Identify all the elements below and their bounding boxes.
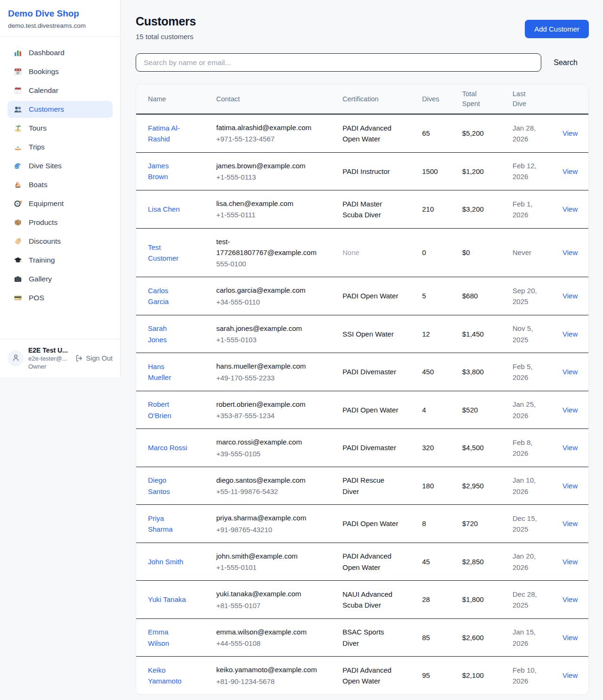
search-input[interactable] (136, 53, 541, 72)
customer-phone: +1-555-0113 (216, 172, 327, 182)
sidebar-item-gallery[interactable]: Gallery (8, 271, 113, 288)
customer-name-link[interactable]: Hans Mueller (148, 361, 187, 383)
customer-certification: PADI Rescue Diver (342, 475, 399, 497)
table-row: Sarah Jones sarah.jones@example.com +1-5… (136, 315, 589, 353)
view-link[interactable]: View (562, 444, 578, 452)
customer-certification: PADI Master Scuba Diver (342, 198, 399, 221)
column-header-total-spent: Total Spent (455, 84, 505, 114)
customer-total-spent: $1,200 (455, 152, 505, 190)
customer-phone: +55-11-99876-5432 (216, 486, 327, 497)
view-link[interactable]: View (562, 595, 578, 603)
customer-email: test-1772681807767@example.com (216, 236, 322, 258)
sidebar-item-calendar[interactable]: Calendar (8, 82, 113, 99)
customer-last-dive: Dec 28, 2025 (513, 589, 547, 611)
customer-certification: PADI Divemaster (342, 442, 396, 453)
view-link[interactable]: View (562, 129, 578, 137)
customer-last-dive: Jan 10, 2026 (513, 475, 547, 497)
customer-dives: 8 (415, 505, 455, 543)
customer-email: john.smith@example.com (216, 551, 322, 561)
view-link[interactable]: View (562, 406, 578, 414)
page-header: Customers 15 total customers Add Custome… (136, 15, 589, 41)
sign-out-button[interactable]: Sign Out (75, 354, 113, 362)
add-customer-button[interactable]: Add Customer (525, 20, 589, 38)
view-link[interactable]: View (562, 167, 578, 175)
customer-dives: 320 (415, 429, 455, 467)
sidebar-item-customers[interactable]: Customers (8, 101, 113, 118)
table-header-row: Name Contact Certification Dives Total S… (136, 84, 589, 114)
customer-name-link[interactable]: Keiko Yamamoto (148, 665, 187, 687)
customer-certification: PADI Open Water (342, 518, 398, 529)
customer-name-link[interactable]: Robert O'Brien (148, 399, 187, 421)
user-email: e2e-tester@... (28, 355, 71, 362)
customer-total-spent: $1,800 (455, 581, 505, 619)
table-row: Marco Rossi marco.rossi@example.com +39-… (136, 429, 589, 467)
customer-dives: 45 (415, 543, 455, 581)
table-row: Robert O'Brien robert.obrien@example.com… (136, 391, 589, 429)
customer-phone: +81-555-0107 (216, 600, 327, 611)
shop-title: Demo Dive Shop (8, 8, 112, 19)
sidebar-item-products[interactable]: Products (8, 214, 113, 231)
view-link[interactable]: View (562, 205, 578, 213)
customer-name-link[interactable]: Carlos Garcia (148, 285, 187, 307)
customer-name-link[interactable]: James Brown (148, 160, 187, 182)
customer-phone: +34-555-0110 (216, 296, 327, 307)
customers-table-card: Name Contact Certification Dives Total S… (136, 84, 589, 695)
view-link[interactable]: View (562, 292, 578, 300)
customer-total-spent: $720 (455, 505, 505, 543)
customer-name-link[interactable]: Marco Rossi (148, 442, 187, 453)
view-link[interactable]: View (562, 634, 578, 642)
customer-total-spent: $2,950 (455, 467, 505, 505)
customer-name-link[interactable]: Diego Santos (148, 475, 187, 497)
search-row: Search (136, 53, 589, 72)
customers-table: Name Contact Certification Dives Total S… (136, 84, 589, 694)
customer-name-link[interactable]: Emma Wilson (148, 626, 187, 649)
customer-total-spent: $0 (455, 228, 505, 277)
customer-name-link[interactable]: Fatima Al-Rashid (148, 123, 187, 145)
sidebar-item-training[interactable]: Training (8, 252, 113, 269)
sidebar-item-bookings[interactable]: 17 Bookings (8, 63, 113, 80)
sidebar-item-dive-sites[interactable]: Dive Sites (8, 157, 113, 174)
customer-dives: 210 (415, 190, 455, 229)
customer-phone: +49-170-555-2233 (216, 372, 327, 383)
customer-name-link[interactable]: Sarah Jones (148, 323, 187, 345)
customer-certification: NAUI Advanced Scuba Diver (342, 589, 399, 611)
customer-name-link[interactable]: Test Customer (148, 242, 187, 264)
sidebar-item-dashboard[interactable]: Dashboard (8, 44, 113, 61)
customer-email: james.brown@example.com (216, 160, 322, 171)
column-header-name: Name (136, 84, 209, 114)
customer-certification: SSI Open Water (342, 329, 394, 339)
view-link[interactable]: View (562, 558, 578, 566)
customer-total-spent: $2,100 (455, 657, 505, 694)
view-link[interactable]: View (562, 519, 578, 527)
customer-last-dive: Jan 15, 2026 (513, 626, 547, 649)
customer-name-link[interactable]: Yuki Tanaka (148, 594, 186, 605)
calendar-date-icon: 17 (13, 67, 23, 76)
view-link[interactable]: View (562, 671, 578, 679)
customer-name-link[interactable]: John Smith (148, 556, 183, 567)
search-button[interactable]: Search (541, 58, 589, 67)
customer-name-link[interactable]: Priya Sharma (148, 513, 187, 535)
sidebar-item-pos[interactable]: POS (8, 289, 113, 306)
customer-certification: PADI Divemaster (342, 366, 396, 377)
customer-total-spent: $680 (455, 277, 505, 315)
customer-total-spent: $5,200 (455, 114, 505, 152)
customer-name-link[interactable]: Lisa Chen (148, 204, 180, 214)
sidebar-item-tours[interactable]: Tours (8, 120, 113, 137)
customer-count: 15 total customers (136, 33, 196, 41)
user-role: Owner (28, 363, 71, 370)
customer-total-spent: $2,600 (455, 618, 505, 657)
sidebar-item-trips[interactable]: Trips (8, 139, 113, 156)
spiral-calendar-icon (13, 86, 23, 95)
view-link[interactable]: View (562, 482, 578, 490)
package-icon (13, 218, 23, 227)
sidebar-item-discounts[interactable]: Discounts (8, 233, 113, 250)
customer-certification: BSAC Sports Diver (342, 626, 399, 649)
view-link[interactable]: View (562, 330, 578, 338)
view-link[interactable]: View (562, 248, 578, 256)
sidebar-item-equipment[interactable]: Equipment (8, 195, 113, 212)
sidebar-item-boats[interactable]: Boats (8, 176, 113, 193)
page-title: Customers (136, 15, 196, 28)
view-link[interactable]: View (562, 368, 578, 376)
customer-certification: PADI Instructor (342, 166, 390, 177)
customer-phone: +1-555-0101 (216, 562, 327, 573)
